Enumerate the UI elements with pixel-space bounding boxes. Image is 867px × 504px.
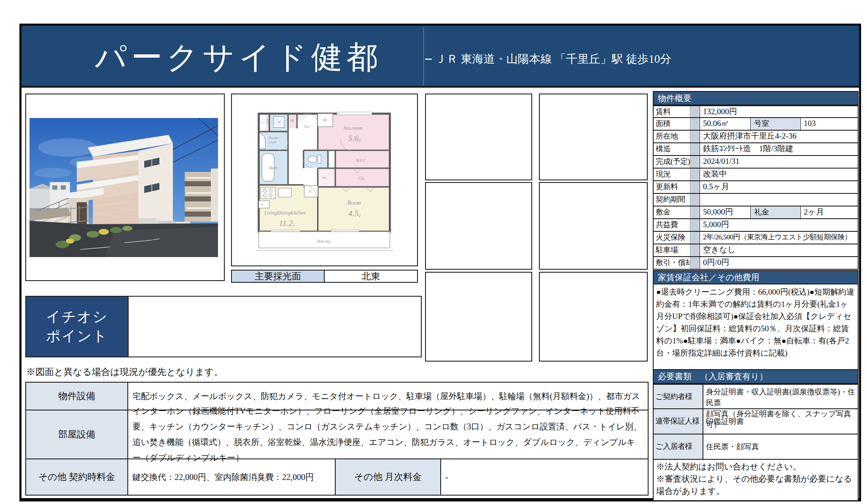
overview-section: 物件概要 賃料 132,000円 面積 50.06㎡ 号室 103 所在地 大阪… (653, 91, 859, 270)
svg-text:Room: Room (347, 200, 361, 206)
lighting-label: 主要採光面 (232, 271, 325, 282)
property-listing-sheet: パークサイド健都 ＪＲ 東海道・山陽本線 「千里丘」駅 徒歩10分 (0, 0, 867, 504)
other-monthly-fee-label: その他 月次料金 (336, 458, 441, 496)
table-row: 完成(予定)日 2024/01/31 (653, 156, 859, 169)
svg-text:PS: PS (260, 204, 264, 206)
svg-text:room: room (269, 140, 277, 144)
table-row: 契約期間 (653, 194, 859, 206)
empty-photo-box-5 (425, 272, 532, 362)
toilet-icon (308, 155, 321, 163)
floorplan-drawing: Sto.room 5.6J W.I.C Clo. Sto. Room 4.5J … (250, 110, 400, 253)
svg-text:Powder: Powder (268, 136, 280, 140)
svg-text:Bath: Bath (269, 166, 277, 170)
table-row: 現況 改装中 (653, 169, 859, 181)
table-row: 敷金 50,000円 礼金 2ヶ月 (653, 206, 859, 219)
svg-text:W.I.C: W.I.C (355, 158, 366, 163)
empty-photo-box-6 (539, 272, 648, 362)
empty-photo-box-1 (425, 94, 532, 180)
table-row: 所在地 大阪府摂津市千里丘4-2-36 (653, 131, 859, 143)
table-row: ご契約者様 身分証明書・収入証明書(源泉徴収票等)・住民票 顔写真（身分証明書を… (653, 384, 859, 409)
table-row: 更新料 0.5ヶ月 (653, 181, 859, 194)
documents-title: 必要書類 （入居審査有り） (653, 369, 859, 384)
svg-text:Ent: Ent (304, 124, 310, 129)
empty-photo-box-4 (539, 182, 648, 270)
equipment-row-label: 部屋設備 (25, 410, 128, 459)
equipment-row-label: 物件設備 (25, 382, 128, 410)
table-row: 駐車場 空きなし (653, 244, 859, 257)
caution-note: ※図面と異なる場合は現況が優先となります。 (26, 366, 223, 378)
station-access-text: ＪＲ 東海道・山陽本線 「千里丘」駅 徒歩10分 (435, 51, 671, 67)
svg-text:R: R (309, 190, 311, 193)
ichioshi-content (128, 296, 422, 357)
table-row: 部屋設備 インターホン（録画機能付TVモニターホン）、フローリング（全居室フロー… (25, 410, 649, 459)
svg-text:Balcony: Balcony (318, 239, 331, 244)
svg-text:PS: PS (260, 121, 263, 124)
equipment-table: 物件設備 宅配ボックス、メールボックス、防犯カメラ、モニタ付オートロック、駐車場… (25, 382, 649, 496)
other-contract-fee-label: その他 契約時料金 (25, 458, 128, 496)
table-row: 賃料 132,000円 (653, 105, 859, 118)
property-title: パークサイド健都 (95, 39, 415, 76)
table-row: 面積 50.06㎡ 号室 103 (653, 118, 859, 131)
svg-text:SB: SB (290, 119, 294, 123)
overview-title: 物件概要 (653, 91, 859, 105)
photo-box (25, 94, 225, 281)
table-row: その他 契約時料金 鍵交換代：22,000円、室内除菌消臭費：22,000円 そ… (25, 458, 649, 496)
svg-text:LivingDiningKitchen: LivingDiningKitchen (264, 210, 306, 216)
svg-text:Shelf: Shelf (266, 119, 269, 124)
table-row: 連帯保証人様 印鑑証明書 (653, 409, 859, 434)
documents-section: 必要書類 （入居審査有り） ご契約者様 身分証明書・収入証明書(源泉徴収票等)・… (653, 369, 859, 501)
table-row: 火災保険 2年/26,500円（東京海上ウエスト少額短期保険） (653, 232, 859, 244)
table-row: 敷引・償却 0円/0円 (653, 257, 859, 270)
table-row: 構造 鉄筋ｺﾝｸﾘｰﾄ造 1階/3階建 (653, 143, 859, 156)
table-row: 共益費 5,000円 (653, 219, 859, 232)
other-contract-fee-value: 鍵交換代：22,000円、室内除菌消臭費：22,000円 (128, 458, 336, 496)
empty-photo-box-3 (425, 182, 532, 270)
lighting-value: 北東 (325, 271, 417, 282)
svg-text:Clo.: Clo. (358, 176, 365, 180)
guarantee-content: ●退去時クリーニング費用：66,000円(税込)●短期解約違約金有：1年未満での… (653, 284, 859, 375)
header-divider (423, 27, 424, 86)
header-dash (425, 59, 432, 60)
documents-note-2: ※審査状況により、その他必要な書類が必要になる場合があります。 (656, 473, 855, 497)
floorplan-box: Sto.room 5.6J W.I.C Clo. Sto. Room 4.5J … (231, 94, 418, 266)
documents-note-1: ※法人契約はお問い合わせください。 (656, 461, 855, 473)
stove-icon (261, 188, 275, 199)
building-photo (30, 118, 218, 257)
svg-text:W: W (277, 120, 281, 124)
svg-text:Sto.room: Sto.room (343, 125, 362, 131)
svg-text:11.2J: 11.2J (279, 219, 295, 228)
kitchen-sink-icon (278, 188, 291, 197)
equipment-row-value: インターホン（録画機能付TVモニターホン）、フローリング（全居室フローリング）、… (128, 410, 649, 459)
empty-photo-box-2 (539, 94, 648, 180)
svg-text:MB: MB (322, 118, 327, 122)
ichioshi-label: イチオシ ポイント (25, 296, 129, 357)
svg-text:Sto.: Sto. (322, 176, 327, 180)
guarantee-title: 家賃保証会社／その他費用 (653, 270, 859, 284)
lighting-strip: 主要採光面 北東 (231, 270, 418, 283)
table-row: ご入居者様 住民票・顔写真 (653, 434, 859, 460)
other-monthly-fee-value: - (441, 458, 649, 496)
guarantee-section: 家賃保証会社／その他費用 ●退去時クリーニング費用：66,000円(税込)●短期… (653, 270, 859, 375)
documents-notes: ※法人契約はお問い合わせください。 ※審査状況により、その他必要な書類が必要にな… (653, 460, 859, 501)
